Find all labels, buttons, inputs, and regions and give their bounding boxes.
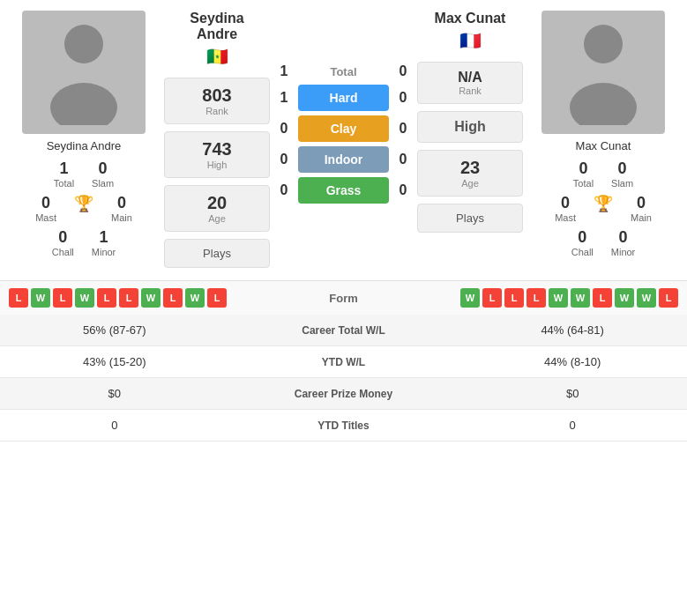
form-badge-l: L (482, 288, 502, 308)
indoor-button[interactable]: Indoor (298, 146, 389, 173)
player1-main-value: 0 (117, 194, 126, 212)
form-row: LWLWLLWLWL Form WLLLWWLWWL (9, 288, 678, 308)
svg-point-1 (50, 83, 117, 125)
svg-point-3 (570, 83, 637, 125)
player2-mast-value: 0 (561, 194, 570, 212)
player2-minor-stat: 0 Minor (611, 228, 636, 257)
form-label: Form (329, 292, 358, 305)
player1-main-stat: 0 Main (111, 194, 132, 223)
form-badge-l: L (207, 288, 227, 308)
player2-col: Max Cunat 0 Total 0 Slam 0 Mast 🏆 (528, 11, 678, 268)
player2-form-badges: WLLLWWLWWL (460, 288, 678, 308)
form-section: LWLWLLWLWL Form WLLLWWLWWL (0, 280, 687, 315)
player1-slam-stat: 0 Slam (92, 160, 114, 189)
player1-name: Seydina Andre (47, 139, 122, 152)
player2-trophy: 🏆 (594, 194, 613, 223)
grass-button[interactable]: Grass (298, 177, 389, 204)
surface-stats-col: 1 Total 0 1 Hard 0 0 Clay 0 0 Indoor 0 0 (275, 11, 412, 268)
player1-mast-stat: 0 Mast (35, 194, 56, 223)
player2-mast-stat: 0 Mast (555, 194, 576, 223)
player2-name-center: Max Cunat (435, 11, 506, 26)
player2-avatar (541, 11, 665, 134)
stats-row-0: 56% (87-67) Career Total W/L 44% (64-81) (0, 315, 687, 346)
player2-rank-label: Rank (459, 85, 482, 96)
player2-plays-label: Plays (456, 212, 484, 225)
form-badge-l: L (163, 288, 183, 308)
player1-avatar (22, 11, 146, 134)
main-container: Seydina Andre 1 Total 0 Slam 0 Mast 🏆 (0, 0, 687, 442)
player1-minor-value: 1 (100, 228, 108, 247)
form-badge-w: W (185, 288, 205, 308)
player2-chall-stat: 0 Chall (571, 228, 594, 257)
player1-slam-label: Slam (92, 178, 114, 189)
form-badge-l: L (526, 288, 546, 308)
total-label: Total (298, 65, 389, 78)
player2-trophy-icon: 🏆 (594, 194, 613, 213)
hard-button[interactable]: Hard (298, 85, 389, 111)
player1-age-value: 20 (207, 193, 227, 213)
stats-row-3: 0 YTD Titles 0 (0, 410, 687, 442)
surface-grass-row: 0 Grass 0 (275, 177, 412, 204)
player2-rank-box: N/A Rank (417, 62, 523, 104)
player2-age-label: Age (461, 178, 479, 189)
stats-p2-2: $0 (458, 378, 687, 410)
form-badge-w: W (571, 288, 590, 308)
p2-grass-num: 0 (394, 182, 412, 198)
form-badge-l: L (504, 288, 524, 308)
p1-hard-num: 1 (275, 90, 293, 106)
top-area: Seydina Andre 1 Total 0 Slam 0 Mast 🏆 (0, 0, 687, 268)
player1-flag: 🇸🇳 (206, 46, 228, 67)
stats-label-3: YTD Titles (229, 410, 459, 442)
p1-clay-num: 0 (275, 121, 293, 137)
form-badge-l: L (97, 288, 116, 308)
player2-age-box: 23 Age (417, 150, 523, 197)
surface-hard-row: 1 Hard 0 (275, 85, 412, 111)
player1-high-label: High (207, 160, 228, 170)
clay-button[interactable]: Clay (298, 115, 389, 142)
stats-label-2: Career Prize Money (229, 378, 459, 410)
player1-rank-label: Rank (205, 106, 228, 116)
player2-high-box: High (417, 111, 523, 143)
player2-slam-label: Slam (611, 178, 633, 189)
player1-chall-stat: 0 Chall (52, 228, 74, 257)
player1-total-label: Total (54, 178, 74, 189)
p1-total-num: 1 (275, 63, 293, 79)
player1-rank-value: 803 (202, 85, 231, 106)
player2-total-label: Total (573, 178, 594, 189)
player2-total-stat: 0 Total (573, 160, 594, 189)
form-badge-w: W (31, 288, 50, 308)
player1-high-value: 743 (202, 139, 231, 160)
player2-high-value: High (454, 119, 486, 135)
player2-main-label: Main (631, 212, 652, 223)
player2-main-value: 0 (637, 194, 646, 212)
stats-p2-0: 44% (64-81) (458, 315, 687, 346)
player1-total-value: 1 (59, 160, 68, 178)
player2-slam-value: 0 (618, 160, 627, 178)
player1-main-label: Main (111, 212, 132, 223)
player1-form-badges: LWLWLLWLWL (9, 288, 227, 308)
form-badge-l: L (9, 288, 28, 308)
center-boxes-col: SeydinaAndre 🇸🇳 803 Rank 743 High 20 Age… (164, 11, 270, 268)
player1-name-center: SeydinaAndre (190, 11, 243, 42)
player1-stats-below: 1 Total 0 Slam (54, 160, 114, 189)
player1-mast-label: Mast (35, 212, 56, 223)
stats-p1-2: $0 (0, 378, 229, 410)
player2-main-stat: 0 Main (631, 194, 652, 223)
player2-name-flag: Max Cunat 🇫🇷 (417, 11, 523, 51)
form-badge-w: W (637, 288, 656, 308)
p2-total-num: 0 (394, 63, 412, 79)
player2-name: Max Cunat (576, 139, 631, 152)
player2-stats-below: 0 Total 0 Slam (573, 160, 633, 189)
form-badge-l: L (593, 288, 612, 308)
player1-trophy-icon: 🏆 (74, 194, 93, 213)
stats-p1-1: 43% (15-20) (0, 346, 229, 378)
player1-plays-label: Plays (203, 247, 231, 260)
stats-table: 56% (87-67) Career Total W/L 44% (64-81)… (0, 315, 687, 442)
player1-extra-stats: 0 Mast 🏆 0 Main (35, 194, 132, 223)
player1-trophy: 🏆 (74, 194, 93, 223)
surface-indoor-row: 0 Indoor 0 (275, 146, 412, 173)
player2-total-value: 0 (579, 160, 587, 178)
player1-high-box: 743 High (164, 131, 270, 178)
player1-name-flag: SeydinaAndre 🇸🇳 (164, 11, 270, 67)
p1-grass-num: 0 (275, 182, 293, 198)
